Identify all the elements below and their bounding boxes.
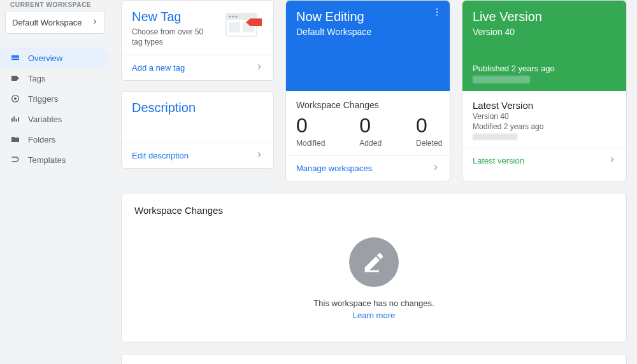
live-version-card: Live Version Version 40 Published 2 year… <box>462 0 627 181</box>
changes-deleted: 0 Deleted <box>416 114 442 148</box>
live-version-number: Version 40 <box>473 27 616 37</box>
latest-version-author-redacted <box>473 134 517 140</box>
main-content: New Tag Choose from over 50 tag types <box>121 0 627 364</box>
svg-point-10 <box>232 15 234 17</box>
chevron-right-icon <box>90 17 99 28</box>
now-editing-card: Now Editing Default Workspace Workspace … <box>285 0 450 181</box>
nav-label: Templates <box>28 155 66 165</box>
nav-label: Folders <box>28 135 55 144</box>
svg-rect-17 <box>365 270 379 272</box>
latest-version-modified: Modified 2 years ago <box>473 122 616 131</box>
nav-label: Overview <box>28 53 62 63</box>
summary-row: New Tag Choose from over 50 tag types <box>121 0 627 181</box>
tag-icon <box>10 73 28 83</box>
latest-version-title: Latest Version <box>473 100 616 111</box>
live-version-author-redacted <box>473 76 530 83</box>
svg-point-15 <box>436 11 438 13</box>
changes-deleted-count: 0 <box>416 114 442 137</box>
latest-version-number: Version 40 <box>473 112 616 121</box>
nav-variables[interactable]: Variables <box>0 109 109 129</box>
edit-description-label: Edit description <box>132 151 189 160</box>
trigger-icon <box>10 94 28 104</box>
workspace-changes-card: Workspace Changes This workspace has no … <box>121 193 627 342</box>
live-version-published: Published 2 years ago <box>473 64 616 73</box>
changes-modified-label: Modified <box>296 139 325 148</box>
changes-deleted-label: Deleted <box>416 139 442 148</box>
now-editing-title: Now Editing <box>296 10 440 24</box>
svg-point-11 <box>235 15 237 17</box>
nav-templates[interactable]: Templates <box>0 150 109 170</box>
activity-history-card[interactable]: Activity History <box>121 354 627 364</box>
overview-icon <box>10 53 28 63</box>
svg-rect-6 <box>18 117 19 122</box>
sidebar: CURRENT WORKSPACE Default Workspace Over… <box>0 0 111 364</box>
empty-state: This workspace has no changes. Learn mor… <box>134 237 613 320</box>
svg-point-9 <box>229 15 231 17</box>
tag-illustration <box>225 10 263 38</box>
description-title: Description <box>122 92 273 115</box>
svg-point-2 <box>14 97 17 100</box>
variable-icon <box>10 114 28 124</box>
folder-icon <box>10 134 28 144</box>
chevron-right-icon <box>254 150 264 162</box>
changes-modified-count: 0 <box>296 114 325 137</box>
chevron-right-icon <box>607 155 617 167</box>
workspace-selector[interactable]: Default Workspace <box>5 11 105 34</box>
edit-description-button[interactable]: Edit description <box>122 143 273 168</box>
changes-heading: Workspace Changes <box>296 100 440 110</box>
workspace-name: Default Workspace <box>12 18 82 27</box>
new-tag-title: New Tag <box>132 10 215 24</box>
latest-version-label: Latest version <box>473 156 524 165</box>
add-new-tag-button[interactable]: Add a new tag <box>122 55 273 80</box>
learn-more-link[interactable]: Learn more <box>353 311 395 320</box>
workspace-changes-summary: Workspace Changes 0 Modified 0 Added 0 D… <box>286 91 450 148</box>
nav-tags[interactable]: Tags <box>0 68 109 88</box>
svg-point-14 <box>436 8 438 10</box>
nav-folders[interactable]: Folders <box>0 129 109 150</box>
current-workspace-label: CURRENT WORKSPACE <box>0 0 111 11</box>
changes-added: 0 Added <box>359 114 382 148</box>
latest-version-summary: Latest Version Version 40 Modified 2 yea… <box>462 91 626 140</box>
svg-rect-5 <box>16 119 17 122</box>
description-card: Description Edit description <box>121 91 274 169</box>
nav-label: Tags <box>28 74 45 83</box>
svg-rect-4 <box>13 116 15 122</box>
live-version-title: Live Version <box>473 10 616 24</box>
changes-added-count: 0 <box>359 114 382 137</box>
edit-icon <box>349 237 399 287</box>
manage-workspaces-label: Manage workspaces <box>296 164 372 173</box>
chevron-right-icon <box>254 62 264 74</box>
new-tag-subtitle: Choose from over 50 tag types <box>132 27 215 47</box>
svg-rect-3 <box>11 118 13 122</box>
nav-overview[interactable]: Overview <box>0 48 109 68</box>
nav-triggers[interactable]: Triggers <box>0 88 109 109</box>
nav-label: Variables <box>28 115 62 124</box>
live-version-header: Live Version Version 40 Published 2 year… <box>462 1 626 91</box>
changes-added-label: Added <box>359 139 382 148</box>
empty-text: This workspace has no changes. <box>313 298 434 308</box>
overflow-menu-button[interactable] <box>432 7 442 20</box>
latest-version-button[interactable]: Latest version <box>462 148 626 173</box>
chevron-right-icon <box>431 162 441 174</box>
now-editing-header: Now Editing Default Workspace <box>286 1 450 91</box>
svg-rect-12 <box>229 22 240 32</box>
changes-modified: 0 Modified <box>296 114 325 148</box>
workspace-changes-title: Workspace Changes <box>134 205 613 216</box>
svg-rect-0 <box>11 55 19 57</box>
new-tag-card: New Tag Choose from over 50 tag types <box>121 0 274 81</box>
template-icon <box>10 155 28 165</box>
add-tag-label: Add a new tag <box>132 63 185 73</box>
nav-label: Triggers <box>28 94 58 104</box>
svg-point-16 <box>436 14 438 15</box>
now-editing-workspace: Default Workspace <box>296 27 440 37</box>
manage-workspaces-button[interactable]: Manage workspaces <box>286 155 450 181</box>
summary-col-left: New Tag Choose from over 50 tag types <box>121 0 274 181</box>
